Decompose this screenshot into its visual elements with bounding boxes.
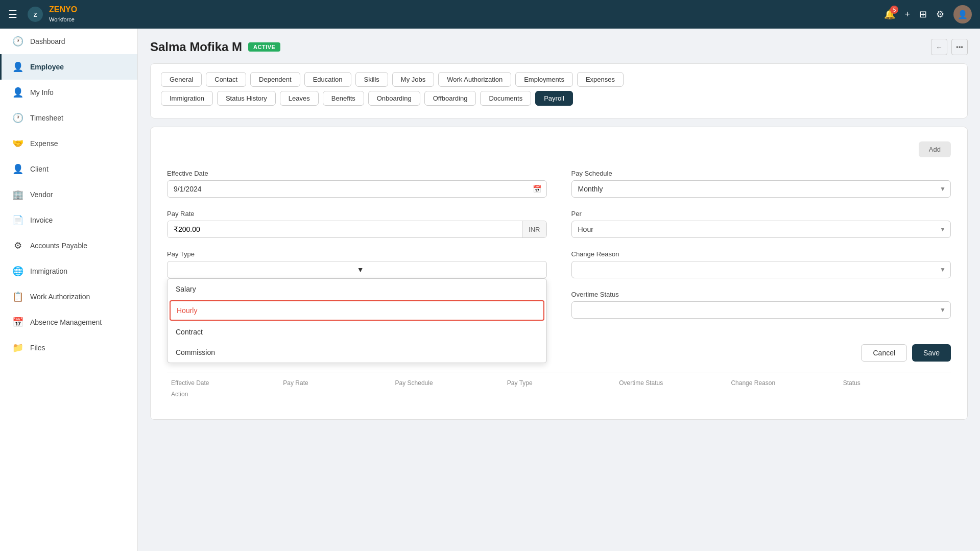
sidebar-item-work-authorization[interactable]: 📋 Work Authorization	[0, 284, 137, 309]
sidebar-item-dashboard[interactable]: 🕐 Dashboard	[0, 29, 137, 54]
grid-icon[interactable]: ⊞	[919, 9, 927, 20]
tab-documents[interactable]: Documents	[480, 91, 531, 106]
sidebar-item-immigration[interactable]: 🌐 Immigration	[0, 258, 137, 284]
immigration-icon: 🌐	[12, 266, 24, 277]
files-icon: 📁	[12, 342, 24, 353]
sidebar-item-invoice[interactable]: 📄 Invoice	[0, 207, 137, 233]
logo-text: ZENYO Workforce	[49, 5, 77, 23]
tab-benefits[interactable]: Benefits	[323, 91, 364, 106]
dashboard-icon: 🕐	[12, 36, 24, 47]
calendar-icon[interactable]: 📅	[528, 181, 546, 197]
sidebar-label-work-authorization: Work Authorization	[30, 293, 90, 301]
more-button[interactable]: •••	[951, 39, 968, 55]
pay-type-option-hourly[interactable]: Hourly	[170, 300, 544, 321]
tab-work-authorization[interactable]: Work Authorization	[438, 72, 511, 87]
cancel-button[interactable]: Cancel	[861, 344, 907, 362]
pay-type-option-contract[interactable]: Contract	[168, 322, 546, 342]
per-label: Per	[571, 210, 951, 218]
change-reason-select[interactable]: New Hire Promotion Annual Review Adjustm…	[571, 261, 951, 278]
sidebar-item-files[interactable]: 📁 Files	[0, 335, 137, 361]
add-icon[interactable]: +	[904, 9, 910, 20]
sidebar-item-accounts-payable[interactable]: ⚙ Accounts Payable	[0, 233, 137, 258]
pay-rate-input[interactable]	[168, 221, 522, 237]
tab-myjobs[interactable]: My Jobs	[392, 72, 434, 87]
change-reason-label: Change Reason	[571, 250, 951, 258]
tab-immigration[interactable]: Immigration	[161, 91, 213, 106]
expense-icon: 🤝	[12, 138, 24, 149]
accounts-payable-icon: ⚙	[12, 240, 24, 251]
avatar[interactable]: 👤	[953, 5, 972, 23]
sidebar-item-timesheet[interactable]: 🕐 Timesheet	[0, 105, 137, 131]
status-badge: ACTIVE	[248, 42, 280, 52]
sidebar: 🕐 Dashboard 👤 Employee 👤 My Info 🕐 Times…	[0, 29, 138, 551]
sidebar-item-client[interactable]: 👤 Client	[0, 156, 137, 182]
table-col-pay-schedule: Pay Schedule	[391, 377, 503, 389]
sidebar-item-absence-management[interactable]: 📅 Absence Management	[0, 309, 137, 335]
header-actions: ← •••	[931, 39, 968, 55]
pay-rate-input-wrapper: INR	[167, 221, 547, 238]
sidebar-item-vendor[interactable]: 🏢 Vendor	[0, 182, 137, 207]
tab-dependent[interactable]: Dependent	[250, 72, 300, 87]
sidebar-item-myinfo[interactable]: 👤 My Info	[0, 80, 137, 105]
pay-schedule-label: Pay Schedule	[571, 170, 951, 177]
tab-general[interactable]: General	[161, 72, 202, 87]
sidebar-label-invoice: Invoice	[30, 216, 53, 224]
logo-icon: Z	[26, 5, 45, 24]
pay-type-input[interactable]: ▼	[167, 261, 547, 278]
tab-skills[interactable]: Skills	[355, 72, 388, 87]
tab-expenses[interactable]: Expenses	[577, 72, 624, 87]
page-header: Salma Mofika M ACTIVE ← •••	[150, 39, 968, 55]
table-col-pay-type: Pay Type	[503, 377, 615, 389]
sidebar-item-expense[interactable]: 🤝 Expense	[0, 131, 137, 156]
per-select[interactable]: Hour Day Week Month Year	[571, 221, 951, 238]
sidebar-label-accounts-payable: Accounts Payable	[30, 242, 87, 250]
hamburger-icon[interactable]: ☰	[8, 8, 17, 20]
invoice-icon: 📄	[12, 214, 24, 226]
overtime-status-select[interactable]: Exempt Non-Exempt	[571, 301, 951, 319]
navbar-left: ☰ Z ZENYO Workforce	[8, 5, 77, 24]
pay-type-option-commission[interactable]: Commission	[168, 342, 546, 363]
tab-education[interactable]: Education	[304, 72, 351, 87]
effective-date-input-wrapper[interactable]: 📅	[167, 180, 547, 198]
timesheet-icon: 🕐	[12, 112, 24, 124]
add-btn-row: Add	[167, 141, 951, 157]
pay-schedule-select[interactable]: Monthly Weekly Bi-Weekly Semi-Monthly	[571, 180, 951, 198]
sidebar-label-absence-management: Absence Management	[30, 318, 102, 326]
sidebar-label-files: Files	[30, 344, 45, 352]
pay-type-label: Pay Type	[167, 250, 547, 258]
sidebar-label-dashboard: Dashboard	[30, 37, 65, 45]
absence-icon: 📅	[12, 317, 24, 328]
settings-icon[interactable]: ⚙	[936, 9, 944, 20]
tab-onboarding[interactable]: Onboarding	[368, 91, 420, 106]
add-button[interactable]: Add	[919, 141, 951, 157]
tab-employments[interactable]: Employments	[515, 72, 573, 87]
effective-date-input[interactable]	[168, 181, 528, 197]
navbar-right: 🔔 5 + ⊞ ⚙ 👤	[884, 5, 972, 23]
sidebar-item-employee[interactable]: 👤 Employee	[0, 54, 137, 80]
sidebar-label-immigration: Immigration	[30, 267, 67, 275]
tab-leaves[interactable]: Leaves	[280, 91, 319, 106]
page-title: Salma Mofika M	[150, 40, 242, 54]
page-title-row: Salma Mofika M ACTIVE	[150, 40, 280, 54]
pay-rate-group: Pay Rate INR	[167, 210, 547, 238]
back-button[interactable]: ←	[931, 39, 947, 55]
table-col-change-reason: Change Reason	[727, 377, 839, 389]
tab-status-history[interactable]: Status History	[217, 91, 276, 106]
pay-type-dropdown: Salary Hourly Contract Commission	[167, 278, 547, 363]
per-group: Per Hour Day Week Month Year ▼	[571, 210, 951, 238]
notification-icon[interactable]: 🔔 5	[884, 9, 895, 20]
pay-type-option-salary[interactable]: Salary	[168, 279, 546, 299]
table-col-status: Status	[839, 377, 951, 389]
sidebar-label-employee: Employee	[30, 63, 64, 71]
client-icon: 👤	[12, 163, 24, 175]
save-button[interactable]: Save	[912, 344, 951, 362]
tab-contact[interactable]: Contact	[206, 72, 246, 87]
change-reason-group: Change Reason New Hire Promotion Annual …	[571, 250, 951, 278]
tab-offboarding[interactable]: Offboarding	[424, 91, 476, 106]
logo: Z ZENYO Workforce	[26, 5, 77, 24]
layout: 🕐 Dashboard 👤 Employee 👤 My Info 🕐 Times…	[0, 29, 980, 551]
tab-payroll[interactable]: Payroll	[535, 91, 573, 106]
form-card: Add Effective Date 📅 Pay Schedule	[150, 127, 968, 420]
vendor-icon: 🏢	[12, 189, 24, 200]
pay-rate-currency: INR	[522, 221, 546, 237]
